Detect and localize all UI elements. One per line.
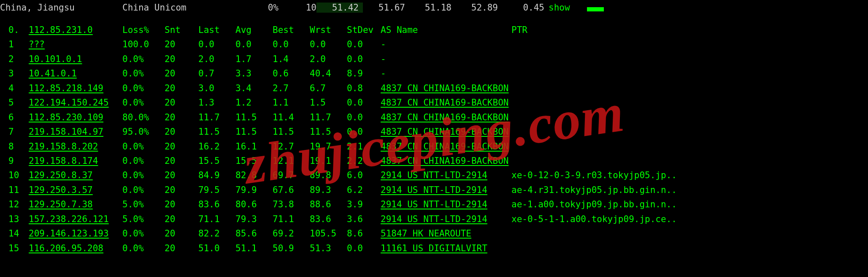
- ip-addr-link[interactable]: 10.41.0.1: [29, 68, 77, 79]
- ip-addr-link[interactable]: 219.158.8.202: [29, 141, 98, 152]
- col-loss: Loss%: [122, 24, 165, 36]
- ptr: xe-0-5-1-1.a00.tokyjp09.jp.ce..: [511, 213, 860, 225]
- hop-num: 14: [8, 227, 29, 240]
- ip-addr: 129.250.8.37: [29, 169, 122, 182]
- trace-row: 10129.250.8.370.0%2084.982.869.789.86.02…: [8, 168, 860, 182]
- hop-num: 8: [8, 140, 29, 153]
- ip-addr-link[interactable]: 219.158.8.174: [29, 156, 98, 166]
- trace-grid: 0. 112.85.231.0 Loss% Snt Last Avg Best …: [0, 15, 868, 255]
- ip-addr-link[interactable]: 10.101.0.1: [29, 54, 82, 64]
- ip-addr: 112.85.230.109: [29, 111, 122, 124]
- stdev: 0.0: [347, 96, 381, 109]
- header-row: 0. 112.85.231.0 Loss% Snt Last Avg Best …: [8, 23, 860, 37]
- as-name: -: [381, 53, 511, 65]
- loss: 0.0%: [122, 53, 165, 65]
- as-name: 4837 CN CHINA169-BACKBON: [381, 111, 511, 124]
- as-name: 51847 HK NEAROUTE: [381, 227, 511, 240]
- hop-num: 13: [8, 213, 29, 225]
- last: 2.0: [198, 53, 235, 65]
- ip-addr-link[interactable]: 219.158.104.97: [29, 127, 103, 137]
- best: 11.5: [273, 125, 310, 138]
- loss: 95.0%: [122, 125, 165, 138]
- ptr: [511, 67, 860, 80]
- isp-cell: China Unicom: [122, 1, 224, 14]
- stdev: 8.6: [347, 227, 381, 240]
- stdev: 6.2: [347, 184, 381, 196]
- ip-addr-link[interactable]: 116.206.95.208: [29, 243, 103, 253]
- ip-addr: 10.101.0.1: [29, 53, 122, 65]
- loss: 0.0%: [122, 96, 165, 109]
- as-name-link[interactable]: 4837 CN CHINA169-BACKBON: [381, 83, 508, 93]
- ip-addr: ???: [29, 38, 122, 51]
- ptr: ae-4.r31.tokyjp05.jp.bb.gin.n..: [511, 184, 860, 196]
- wrst: 89.3: [310, 184, 347, 196]
- show-link[interactable]: show: [549, 1, 570, 14]
- as-name-link[interactable]: 2914 US NTT-LTD-2914: [381, 170, 487, 180]
- as-name-link[interactable]: 11161 US DIGITALVIRT: [381, 243, 487, 253]
- ip-addr-link[interactable]: 157.238.226.121: [29, 214, 109, 224]
- ip-addr-link[interactable]: 112.85.230.109: [29, 112, 103, 122]
- loss: 5.0%: [122, 213, 165, 225]
- loss: 100.0: [122, 38, 165, 51]
- as-name-link[interactable]: 2914 US NTT-LTD-2914: [381, 199, 487, 209]
- as-name-link[interactable]: 4837 CN CHINA169-BACKBON: [381, 98, 508, 108]
- as-name: 4837 CN CHINA169-BACKBON: [381, 155, 511, 167]
- last: 11.7: [198, 111, 235, 124]
- hop-num: 6: [8, 111, 29, 124]
- ip-addr-link[interactable]: 122.194.150.245: [29, 98, 109, 108]
- ip-addr-link[interactable]: ???: [29, 39, 45, 49]
- last: 16.2: [198, 140, 235, 153]
- as-name-link[interactable]: 2914 US NTT-LTD-2914: [381, 185, 487, 195]
- last: 3.0: [198, 82, 235, 95]
- ptr: [511, 82, 860, 95]
- as-name: 4837 CN CHINA169-BACKBON: [381, 140, 511, 153]
- avg: 16.1: [235, 140, 273, 153]
- ptr: [511, 227, 860, 240]
- best: 71.1: [273, 213, 310, 225]
- as-name-link[interactable]: 2914 US NTT-LTD-2914: [381, 214, 487, 224]
- as-name: 2914 US NTT-LTD-2914: [381, 184, 511, 196]
- stdev: 0.0: [347, 53, 381, 65]
- best: 1.1: [273, 96, 310, 109]
- wrst: 0.0: [310, 38, 347, 51]
- stdev: 2.1: [347, 140, 381, 153]
- last: 79.5: [198, 184, 235, 196]
- avg: 11.5: [235, 111, 273, 124]
- trace-row: 14209.146.123.1930.0%2082.285.669.2105.5…: [8, 226, 860, 241]
- col-best: Best: [273, 24, 310, 36]
- trace-row: 13157.238.226.1215.0%2071.179.371.183.63…: [8, 212, 860, 226]
- as-name: 2914 US NTT-LTD-2914: [381, 169, 511, 182]
- ip-addr-link[interactable]: 129.250.3.57: [29, 185, 93, 195]
- ip-addr-link[interactable]: 112.85.218.149: [29, 83, 103, 93]
- ptr: ae-1.a00.tokyjp09.jp.bb.gin.n..: [511, 198, 860, 211]
- ip-addr-link[interactable]: 129.250.8.37: [29, 170, 93, 180]
- as-name-link[interactable]: 4837 CN CHINA169-BACKBON: [381, 156, 508, 166]
- col-last: Last: [198, 24, 235, 36]
- wrst: 89.8: [310, 169, 347, 182]
- as-name: 11161 US DIGITALVIRT: [381, 242, 511, 255]
- ip-addr-link[interactable]: 129.250.7.38: [29, 199, 93, 209]
- col-hop: 0.: [8, 24, 29, 36]
- snt: 20: [165, 198, 198, 211]
- stdev: 0.0: [347, 111, 381, 124]
- trace-row: 9219.158.8.1740.0%2015.515.512.119.12.24…: [8, 154, 860, 168]
- as-name-link[interactable]: 51847 HK NEAROUTE: [381, 228, 471, 239]
- hop-num: 7: [8, 125, 29, 138]
- ip-addr: 219.158.8.202: [29, 140, 122, 153]
- ptr: [511, 242, 860, 255]
- as-name-link[interactable]: 4837 CN CHINA169-BACKBON: [381, 141, 508, 152]
- snt: 20: [165, 155, 198, 167]
- loss-percent-cell: 0%: [224, 1, 279, 14]
- avg: 79.9: [235, 184, 273, 196]
- wrst: 11.7: [310, 111, 347, 124]
- metric-2: 51.18: [409, 3, 456, 13]
- loss: 0.0%: [122, 242, 165, 255]
- as-name: 4837 CN CHINA169-BACKBON: [381, 82, 511, 95]
- as-name-link[interactable]: 4837 CN CHINA169-BACKBON: [381, 127, 508, 137]
- avg: 51.1: [235, 242, 273, 255]
- avg: 3.3: [235, 67, 273, 80]
- avg: 3.4: [235, 82, 273, 95]
- as-name-link[interactable]: 4837 CN CHINA169-BACKBON: [381, 112, 508, 122]
- best: 69.2: [273, 227, 310, 240]
- ip-addr-link[interactable]: 209.146.123.193: [29, 228, 109, 239]
